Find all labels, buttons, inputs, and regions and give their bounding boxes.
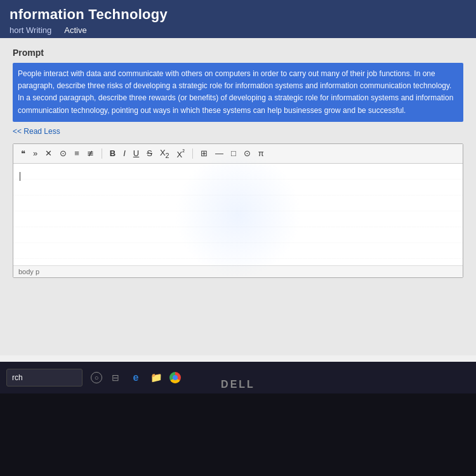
read-less-link[interactable]: << Read Less (13, 127, 463, 136)
editor-area[interactable] (13, 164, 463, 265)
page-title: nformation Technology (10, 6, 466, 23)
bold-btn[interactable]: B (107, 147, 118, 159)
list-btn[interactable]: ≡ (72, 147, 82, 159)
subscript-btn[interactable]: X2 (157, 147, 172, 161)
horizontal-rule-btn[interactable]: — (213, 147, 226, 159)
search-icon[interactable]: ○ (91, 372, 102, 383)
toolbar-group-2: B I U S X2 X² (107, 147, 187, 161)
link-btn[interactable]: ⊙ (241, 147, 253, 159)
prompt-text: People interact with data and communicat… (13, 63, 463, 122)
italic-btn[interactable]: I (121, 147, 128, 159)
taskbar-icons: ○ ⊟ e 📁 (91, 371, 181, 385)
delete-btn[interactable]: ✕ (43, 147, 55, 159)
toolbar-sep-2 (192, 149, 193, 159)
main-content: Prompt People interact with data and com… (0, 38, 476, 355)
chrome-icon[interactable] (169, 372, 181, 383)
search-text: rch (12, 373, 23, 382)
insert-table-btn[interactable]: ⊞ (198, 147, 210, 159)
special-char-btn[interactable]: π (256, 147, 267, 159)
editor-footer: body p (13, 265, 463, 277)
nav-active[interactable]: Active (64, 25, 86, 35)
folder-icon[interactable]: 📁 (149, 371, 163, 385)
bottom-bezel (0, 393, 476, 476)
media-btn[interactable]: □ (228, 147, 239, 159)
nav-writing[interactable]: hort Writing (10, 25, 51, 35)
page-header: nformation Technology hort Writing Activ… (0, 0, 476, 38)
dell-text: DELL (221, 379, 255, 390)
dell-logo: DELL (221, 379, 255, 390)
superscript-btn[interactable]: X² (175, 147, 187, 161)
edge-icon[interactable]: e (129, 371, 143, 385)
toolbar-sep-1 (102, 149, 102, 159)
text-cursor (20, 172, 20, 181)
close-quote-btn[interactable]: » (30, 147, 40, 159)
toolbar-group-3: ⊞ — □ ⊙ π (198, 147, 267, 159)
task-view-icon[interactable]: ⊟ (109, 371, 122, 385)
indent-btn[interactable]: ≢ (84, 147, 96, 159)
circle-btn[interactable]: ⊙ (57, 147, 69, 159)
title-text: nformation Technology (10, 6, 168, 22)
toolbar-group-1: ❝ » ✕ ⊙ ≡ ≢ (18, 147, 96, 159)
editor-path: body p (18, 268, 39, 275)
taskbar: rch ○ ⊟ e 📁 DELL (0, 362, 476, 393)
strikethrough-btn[interactable]: S (144, 147, 155, 159)
editor-toolbar: ❝ » ✕ ⊙ ≡ ≢ B I U S X2 X² (13, 144, 463, 164)
prompt-label: Prompt (13, 48, 463, 58)
page-subtitle: hort Writing Active (10, 25, 466, 35)
search-bar[interactable]: rch (6, 369, 83, 387)
editor-wrapper: ❝ » ✕ ⊙ ≡ ≢ B I U S X2 X² (13, 143, 463, 278)
quote-btn[interactable]: ❝ (18, 147, 28, 159)
underline-btn[interactable]: U (131, 147, 142, 159)
